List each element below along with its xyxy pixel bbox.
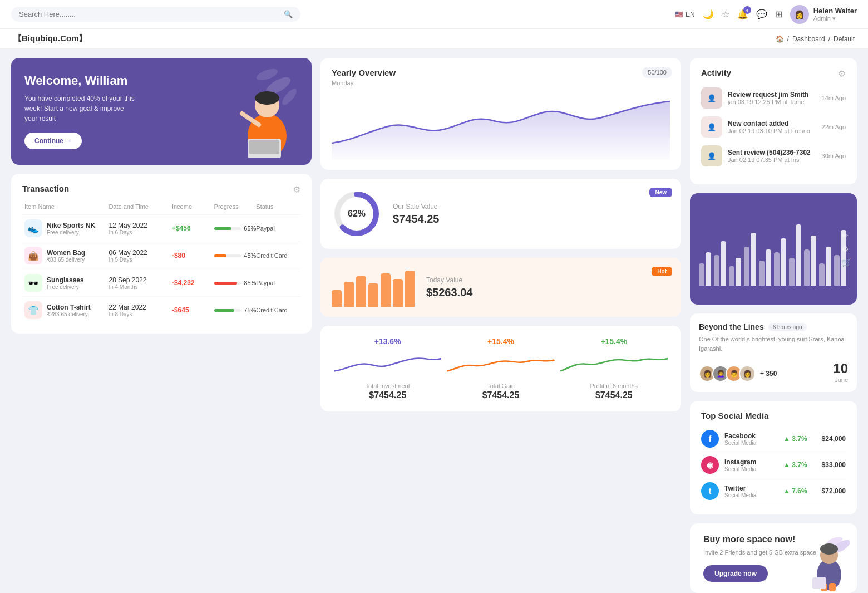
breadcrumb-current: Default (834, 35, 855, 43)
today-subtitle: Today Value (426, 276, 472, 284)
search-icon: 🔍 (284, 10, 293, 18)
continue-button[interactable]: Continue → (24, 133, 82, 149)
table-row: 👟 Nike Sports NK Free delivery 12 May 20… (22, 214, 300, 242)
date-cell: 28 Sep 2022 In 4 Months (108, 276, 172, 290)
chart-cart-icon[interactable]: 🛒 (842, 258, 851, 267)
col-progress: Progress (214, 203, 257, 210)
social-amount: $24,000 (822, 435, 846, 443)
activity-thumb-icon: 👤 (707, 123, 716, 131)
beyond-title: Beyond the Lines (699, 322, 764, 331)
date-month: June (833, 376, 848, 383)
messages-button[interactable]: 💬 (756, 9, 767, 19)
search-bar[interactable]: 🔍 (11, 7, 300, 22)
yearly-chart (332, 93, 670, 160)
chart-edit-icon[interactable]: ✏ (842, 231, 851, 240)
breadcrumb-dashboard[interactable]: Dashboard (792, 35, 825, 43)
language-selector[interactable]: 🇺🇸 EN (675, 11, 695, 18)
social-name-group: Instagram Social Media (724, 458, 756, 472)
welcome-subtitle: You have completed 40% of your this week… (24, 94, 136, 124)
chart-settings-icon[interactable]: ⚙ (842, 244, 851, 253)
upgrade-card: Buy more space now! Invite 2 Friends and… (690, 523, 857, 593)
notifications-button[interactable]: 🔔 4 (737, 9, 748, 19)
item-name-group: Sunglasses Free delivery (47, 276, 84, 290)
nav-icons: 🇺🇸 EN 🌙 ☆ 🔔 4 💬 ⊞ 👩 Helen Walter Admin ▾ (675, 5, 857, 24)
date-primary: 06 May 2022 (108, 249, 172, 257)
bar-mini (393, 279, 403, 307)
sparkline-chart (447, 350, 554, 378)
activity-item: 👤 Sent review (504)236-7302 Jan 02 19 07… (701, 145, 846, 166)
bar-b (766, 249, 771, 286)
yearly-overview-card: Yearly Overview Monday 50/100 (320, 58, 681, 170)
social-type: Social Media (724, 466, 756, 472)
user-details: Helen Walter Admin ▾ (813, 7, 857, 22)
avatars-row: 👩 👩‍🦱 👨 👩 + 350 (699, 365, 777, 382)
avatar: 👩 (790, 5, 809, 24)
beyond-header: Beyond the Lines 6 hours ago (699, 322, 848, 331)
date-secondary: In 6 Days (108, 229, 172, 236)
social-name: Instagram (724, 458, 756, 466)
social-title: Top Social Media (701, 411, 846, 420)
progress-cell: 75% (214, 307, 257, 313)
bar-group (804, 236, 816, 286)
search-input[interactable] (19, 10, 279, 18)
progress-cell: 65% (214, 225, 257, 232)
bar-b (796, 224, 801, 286)
welcome-illustration (211, 63, 300, 158)
bar-b (811, 236, 816, 286)
beyond-description: One Of the world,s brightest, young surf… (699, 335, 848, 353)
item-icon: 🕶️ (24, 274, 42, 292)
sale-info: Our Sale Value $7454.25 (393, 203, 439, 226)
user-name: Helen Walter (813, 7, 857, 15)
bar-mini (344, 282, 354, 307)
stat-value: $7454.25 (482, 390, 520, 400)
notification-badge: 4 (743, 6, 751, 14)
bar-b (751, 233, 756, 286)
item-name-group: Women Bag ₹83.65 delivery (47, 249, 85, 263)
sale-value: $7454.25 (393, 213, 439, 226)
svg-point-1 (255, 67, 279, 83)
bar-a (759, 261, 765, 286)
transaction-settings-icon[interactable]: ⚙ (293, 184, 300, 195)
column-1: Welcome, William You have completed 40% … (11, 58, 312, 593)
home-icon[interactable]: 🏠 (776, 35, 784, 43)
star-icon[interactable]: ☆ (722, 9, 729, 19)
social-item: t Twitter Social Media ▲ 7.6% $72,000 (701, 478, 846, 504)
expand-icon[interactable]: ⊞ (775, 9, 782, 19)
transaction-title: Transaction (22, 184, 69, 193)
activity-settings-icon[interactable]: ⚙ (838, 68, 846, 79)
sparkline-chart (334, 350, 441, 378)
stat-label: Total Gain (487, 383, 515, 389)
activity-items: 👤 Review request jim Smith jan 03 19 12:… (701, 87, 846, 166)
progress-cell: 85% (214, 280, 257, 286)
transaction-header: Transaction ⚙ (22, 184, 300, 195)
upgrade-button[interactable]: Upgrade now (703, 565, 768, 582)
activity-title-text: New contact added (728, 120, 816, 128)
top-navigation: 🔍 🇺🇸 EN 🌙 ☆ 🔔 4 💬 ⊞ 👩 Helen Walter Admin… (0, 0, 868, 29)
user-menu[interactable]: 👩 Helen Walter Admin ▾ (790, 5, 857, 24)
sale-subtitle: Our Sale Value (393, 203, 439, 210)
bar-b (706, 252, 711, 286)
bar-a (834, 255, 840, 286)
activity-subtitle: Jan 02 19 07:35 PM at Iris (728, 156, 816, 163)
bar-a (744, 247, 749, 286)
hot-badge: Hot (652, 267, 672, 276)
yearly-badge: 50/100 (642, 67, 672, 78)
activity-card: Activity ⚙ 👤 Review request jim Smith ja… (690, 58, 857, 184)
svg-point-2 (280, 87, 299, 107)
activity-thumb-icon: 👤 (707, 152, 716, 160)
social-amount: $33,000 (822, 461, 846, 469)
stat-pct: +13.6% (374, 337, 401, 346)
social-name: Facebook (724, 432, 756, 440)
item-name-group: Cotton T-shirt ₹283.65 delivery (47, 303, 91, 317)
bar-b (826, 247, 831, 286)
dark-mode-toggle[interactable]: 🌙 (703, 9, 714, 19)
welcome-card: Welcome, William You have completed 40% … (11, 58, 312, 165)
progress-fill (214, 227, 232, 230)
income-cell: +$456 (172, 224, 214, 232)
bar-a (714, 255, 719, 286)
stat-value: $7454.25 (595, 390, 633, 400)
progress-pct: 75% (244, 307, 256, 313)
date-cell: 22 Mar 2022 In 8 Days (108, 303, 172, 317)
donut-label: 62% (348, 209, 366, 219)
stat-label: Total Investment (366, 383, 410, 389)
